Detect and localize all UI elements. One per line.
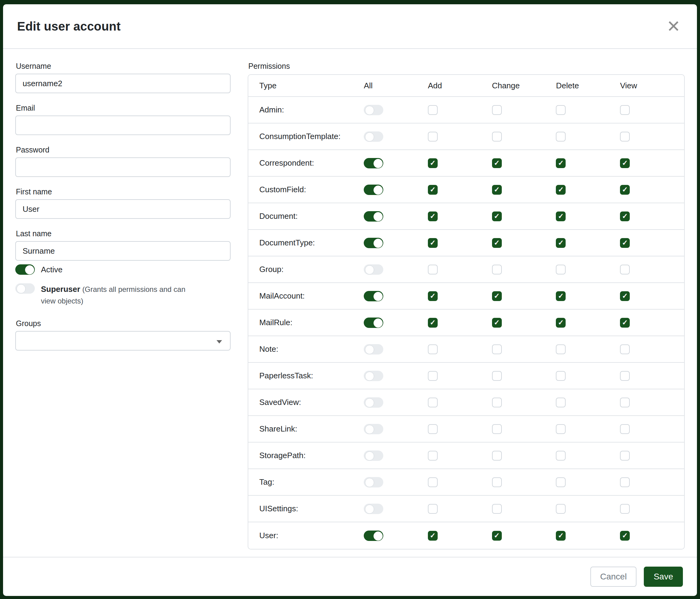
permission-change-checkbox[interactable] [492,398,502,407]
permission-delete-checkbox[interactable] [556,531,566,541]
permission-add-checkbox[interactable] [428,238,438,248]
permission-view-checkbox[interactable] [620,318,630,328]
permission-all-toggle[interactable] [364,530,383,541]
permission-all-toggle[interactable] [364,397,383,408]
permission-view-checkbox[interactable] [620,424,630,434]
email-field[interactable] [15,116,231,135]
permission-add-checkbox[interactable] [428,531,438,541]
permission-all-toggle[interactable] [364,158,383,168]
permission-add-checkbox[interactable] [428,132,438,142]
permission-add-checkbox[interactable] [428,371,438,381]
permission-view-checkbox[interactable] [620,105,630,115]
permission-view-checkbox[interactable] [620,477,630,487]
permission-change-checkbox[interactable] [492,265,502,274]
permission-change-checkbox[interactable] [492,451,502,460]
last-name-input[interactable] [15,241,231,261]
permission-change-checkbox[interactable] [492,212,502,221]
permission-change-checkbox[interactable] [492,105,502,115]
permission-view-checkbox[interactable] [620,344,630,354]
permission-view-checkbox[interactable] [620,265,630,274]
permission-view-checkbox[interactable] [620,238,630,248]
permission-delete-checkbox[interactable] [556,291,566,301]
permission-delete-checkbox[interactable] [556,158,566,168]
permission-all-toggle[interactable] [364,504,383,514]
permission-delete-checkbox[interactable] [556,398,566,407]
save-button[interactable]: Save [644,567,683,587]
permission-all-toggle[interactable] [364,211,383,221]
permission-view-checkbox[interactable] [620,291,630,301]
permission-add-checkbox[interactable] [428,451,438,460]
password-field[interactable] [15,158,231,177]
permission-all-toggle[interactable] [364,264,383,275]
permission-type: ConsumptionTemplate: [248,132,364,141]
permission-view-checkbox[interactable] [620,451,630,460]
permission-change-checkbox[interactable] [492,291,502,301]
permission-view-checkbox[interactable] [620,185,630,195]
groups-select[interactable] [15,331,231,351]
permission-all-toggle[interactable] [364,238,383,248]
permission-view-checkbox[interactable] [620,132,630,142]
permission-add-checkbox[interactable] [428,291,438,301]
permission-delete-checkbox[interactable] [556,344,566,354]
permission-add-checkbox[interactable] [428,344,438,354]
permission-change-checkbox[interactable] [492,132,502,142]
permission-delete-checkbox[interactable] [556,212,566,221]
permission-add-checkbox[interactable] [428,265,438,274]
permission-add-checkbox[interactable] [428,212,438,221]
permission-all-toggle[interactable] [364,105,383,115]
permission-delete-checkbox[interactable] [556,105,566,115]
permission-view-checkbox[interactable] [620,398,630,407]
permission-all-toggle[interactable] [364,477,383,487]
permission-change-checkbox[interactable] [492,424,502,434]
permission-delete-checkbox[interactable] [556,477,566,487]
permission-add-checkbox[interactable] [428,185,438,195]
permission-delete-checkbox[interactable] [556,371,566,381]
permission-change-checkbox[interactable] [492,371,502,381]
permission-all-toggle[interactable] [364,451,383,461]
permission-add-checkbox[interactable] [428,477,438,487]
permission-change-checkbox[interactable] [492,238,502,248]
permission-delete-checkbox[interactable] [556,318,566,328]
permission-change-checkbox[interactable] [492,158,502,168]
permission-all-toggle[interactable] [364,371,383,381]
permission-all-toggle[interactable] [364,424,383,434]
permission-change-checkbox[interactable] [492,477,502,487]
permission-add-checkbox[interactable] [428,424,438,434]
permission-view-checkbox[interactable] [620,212,630,221]
close-icon[interactable]: ✕ [664,17,683,36]
permission-all-toggle[interactable] [364,344,383,355]
permission-add-checkbox[interactable] [428,158,438,168]
permission-all-toggle[interactable] [364,317,383,328]
username-input[interactable] [15,74,231,93]
permission-add-checkbox[interactable] [428,398,438,407]
active-toggle[interactable] [15,264,35,275]
permission-delete-checkbox[interactable] [556,451,566,460]
permission-view-checkbox[interactable] [620,158,630,168]
permission-delete-checkbox[interactable] [556,504,566,514]
last-name-label: Last name [16,229,231,238]
permission-delete-checkbox[interactable] [556,265,566,274]
permission-delete-checkbox[interactable] [556,238,566,248]
permission-delete-checkbox[interactable] [556,185,566,195]
permission-view-checkbox[interactable] [620,371,630,381]
permission-view-checkbox[interactable] [620,504,630,514]
permission-delete-checkbox[interactable] [556,424,566,434]
permission-add-checkbox[interactable] [428,318,438,328]
header-all: All [364,81,428,91]
permission-change-checkbox[interactable] [492,344,502,354]
cancel-button[interactable]: Cancel [590,567,636,587]
permission-all-toggle[interactable] [364,185,383,195]
permission-all-toggle[interactable] [364,291,383,301]
permission-delete-checkbox[interactable] [556,132,566,142]
first-name-input[interactable] [15,199,231,219]
permission-view-checkbox[interactable] [620,531,630,541]
permission-add-checkbox[interactable] [428,504,438,514]
superuser-toggle[interactable] [15,283,35,294]
username-label: Username [16,62,231,71]
permission-change-checkbox[interactable] [492,531,502,541]
permission-all-toggle[interactable] [364,131,383,142]
permission-change-checkbox[interactable] [492,504,502,514]
permission-change-checkbox[interactable] [492,185,502,195]
permission-add-checkbox[interactable] [428,105,438,115]
permission-change-checkbox[interactable] [492,318,502,328]
